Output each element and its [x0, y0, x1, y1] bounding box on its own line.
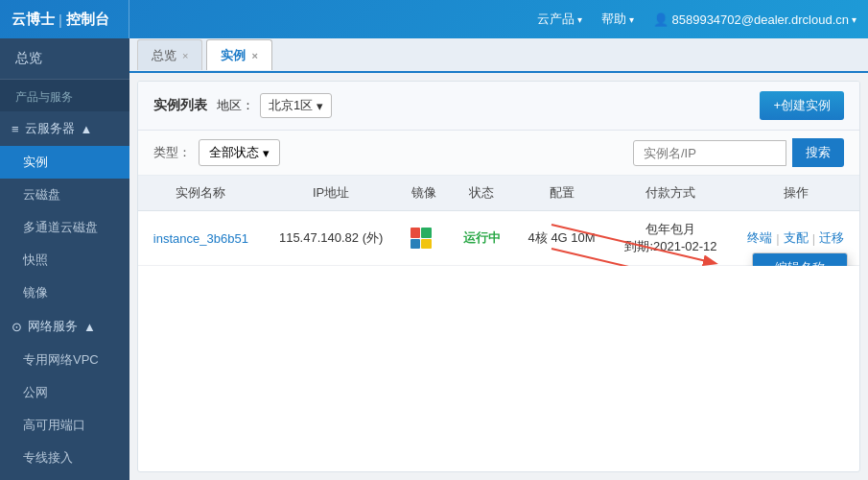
dropdown-header[interactable]: 编辑名称 [753, 253, 847, 266]
instance-actions-cell: 终端 | 支配 | 迁移 编辑名称 重启实例 关闭实例 [732, 211, 859, 266]
user-icon: 👤 [653, 12, 669, 27]
sidebar-item-dedicated-line[interactable]: 专线接入 [0, 442, 129, 474]
chevron-down-icon: ▾ [577, 14, 582, 25]
payment-info: 包年包月 [622, 221, 721, 238]
filter-right: 搜索 [633, 138, 844, 167]
sidebar: 总览 产品与服务 ≡ 云服务器 ▲ 实例 云磁盘 多通道云磁盘 快照 镜像 ⊙ … [0, 38, 129, 480]
separator: | [776, 231, 779, 246]
instance-config-cell: 4核 4G 10M [514, 211, 610, 266]
sidebar-item-instance[interactable]: 实例 [0, 146, 129, 179]
sidebar-item-snapshot[interactable]: 快照 [0, 244, 129, 276]
top-nav-right: 云产品 ▾ 帮助 ▾ 👤 8589934702@dealer.drcloud.c… [129, 11, 868, 28]
search-input[interactable] [633, 140, 786, 166]
sidebar-item-clouddisk[interactable]: 云磁盘 [0, 179, 129, 211]
sidebar-item-multichannel-disk[interactable]: 多通道云磁盘 [0, 211, 129, 244]
chevron-down-icon: ▾ [629, 14, 634, 25]
windows-icon [411, 228, 438, 249]
main-layout: 总览 产品与服务 ≡ 云服务器 ▲ 实例 云磁盘 多通道云磁盘 快照 镜像 ⊙ … [0, 38, 868, 480]
tabs-bar: 总览 × 实例 × [129, 38, 868, 73]
filter-row: 类型： 全部状态 ▾ 搜索 [138, 131, 859, 176]
type-filter-label: 类型： [153, 144, 191, 161]
chevron-down-icon: ▾ [263, 146, 270, 160]
instance-table: 实例名称 IP地址 镜像 状态 配置 付款方式 操作 instance_3 [138, 176, 859, 266]
page-content: 实例列表 地区： 北京1区 ▾ +创建实例 类型： 全部状态 [137, 81, 860, 472]
region-select: 地区： 北京1区 ▾ [217, 93, 332, 118]
col-actions: 操作 [732, 176, 859, 211]
chevron-down-icon: ▾ [852, 14, 856, 25]
content-area: 总览 × 实例 × 实例列表 地区： 北京1区 ▾ [129, 38, 868, 480]
sidebar-item-ha-port[interactable]: 高可用端口 [0, 409, 129, 442]
top-navigation: 云博士 | 控制台 云产品 ▾ 帮助 ▾ 👤 8589934702@dealer… [0, 0, 868, 38]
logo-area: 云博士 | 控制台 [0, 0, 129, 38]
col-status: 状态 [450, 176, 514, 211]
instance-name-link[interactable]: instance_3b6b51 [153, 231, 248, 246]
logo-divider: | [59, 12, 62, 28]
help-menu[interactable]: 帮助 ▾ [601, 11, 634, 28]
server-icon: ≡ [12, 122, 19, 136]
sidebar-section-products: 产品与服务 [0, 80, 129, 111]
tab-close-instance[interactable]: × [251, 40, 257, 71]
products-menu[interactable]: 云产品 ▾ [537, 11, 582, 28]
create-instance-button[interactable]: +创建实例 [760, 91, 844, 120]
chevron-up-icon: ▲ [83, 320, 96, 334]
page-header: 实例列表 地区： 北京1区 ▾ +创建实例 [138, 82, 859, 131]
sidebar-item-overview[interactable]: 总览 [0, 38, 129, 80]
tab-overview[interactable]: 总览 × [137, 39, 202, 70]
chevron-up-icon: ▲ [81, 122, 93, 136]
col-payment: 付款方式 [610, 176, 733, 211]
chevron-down-icon: ▾ [317, 99, 323, 113]
filter-left: 类型： 全部状态 ▾ [153, 139, 280, 166]
action-links: 终端 | 支配 | 迁移 编辑名称 重启实例 关闭实例 [743, 229, 848, 247]
sidebar-item-public-network[interactable]: 公网 [0, 376, 129, 409]
sidebar-group-cloud-server[interactable]: ≡ 云服务器 ▲ [0, 111, 129, 146]
instance-image-cell [399, 211, 450, 266]
region-dropdown[interactable]: 北京1区 ▾ [260, 93, 332, 118]
sidebar-item-image[interactable]: 镜像 [0, 276, 129, 309]
terminal-link[interactable]: 终端 [747, 229, 772, 247]
action-dropdown: 编辑名称 重启实例 关闭实例 编辑安全组 重置密码 重置系统 添加网卡 删除网卡 [752, 252, 848, 266]
sidebar-group-network[interactable]: ⊙ 网络服务 ▲ [0, 309, 129, 344]
network-icon: ⊙ [12, 320, 22, 334]
table-row: instance_3b6b51 115.47.140.82 (外) [138, 211, 859, 266]
col-name: 实例名称 [138, 176, 264, 211]
search-button[interactable]: 搜索 [792, 138, 844, 167]
user-menu[interactable]: 👤 8589934702@dealer.drcloud.cn ▾ [653, 12, 856, 27]
col-ip: IP地址 [264, 176, 399, 211]
separator: | [812, 231, 815, 246]
payment-expiry: 到期:2021-02-12 [622, 238, 721, 255]
instance-table-container: 实例名称 IP地址 镜像 状态 配置 付款方式 操作 instance_3 [138, 176, 859, 266]
control-link[interactable]: 支配 [784, 229, 809, 247]
logo-text: 云博士 [12, 11, 55, 29]
page-header-left: 实例列表 地区： 北京1区 ▾ [153, 93, 332, 118]
sidebar-item-vpc[interactable]: 专用网络VPC [0, 344, 129, 376]
status-badge: 运行中 [463, 230, 501, 245]
tab-close-overview[interactable]: × [182, 40, 188, 71]
console-text: 控制台 [66, 11, 109, 29]
sidebar-item-security-group[interactable]: 安全组 [0, 474, 129, 480]
col-config: 配置 [514, 176, 610, 211]
col-image: 镜像 [399, 176, 450, 211]
migrate-link[interactable]: 迁移 [819, 229, 844, 247]
instance-name-cell: instance_3b6b51 [138, 211, 264, 266]
page-title: 实例列表 [153, 97, 207, 114]
instance-ip-cell: 115.47.140.82 (外) [264, 211, 399, 266]
type-filter-dropdown[interactable]: 全部状态 ▾ [199, 139, 280, 166]
tab-instance[interactable]: 实例 × [206, 39, 271, 70]
instance-payment-cell: 包年包月 到期:2021-02-12 [610, 211, 733, 266]
instance-status-cell: 运行中 [450, 211, 514, 266]
